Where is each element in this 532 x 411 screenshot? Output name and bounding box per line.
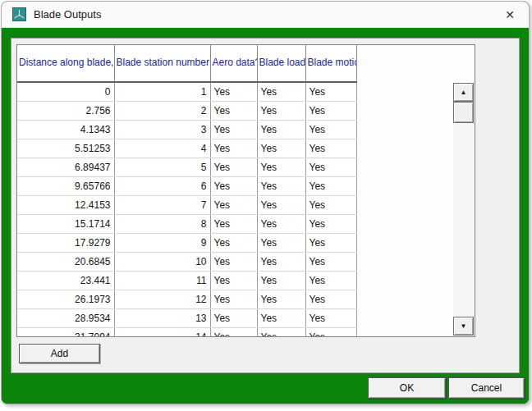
table-cell[interactable]: Yes (210, 195, 257, 214)
scrollbar-down-icon[interactable]: ▼ (453, 317, 474, 336)
scrollbar-thumb[interactable] (453, 102, 474, 123)
table-cell[interactable]: 31.7094 (17, 327, 114, 337)
table-cell[interactable]: Yes (257, 271, 305, 290)
table-cell[interactable]: Yes (305, 158, 356, 176)
table-cell[interactable]: 8 (114, 214, 210, 233)
table-cell[interactable]: 4 (114, 139, 210, 158)
table-cell[interactable]: Yes (210, 308, 257, 327)
table-cell[interactable]: Yes (305, 271, 356, 290)
table-cell[interactable]: Yes (210, 82, 257, 101)
table-cell[interactable]: 28.9534 (17, 308, 114, 327)
table-cell[interactable]: 17.9279 (17, 233, 114, 252)
table-cell[interactable]: Yes (257, 139, 305, 158)
table-cell[interactable]: Yes (210, 290, 257, 308)
table-cell[interactable]: Yes (257, 82, 305, 101)
table-cell[interactable]: Yes (257, 176, 305, 195)
table-cell[interactable]: 0 (17, 82, 114, 101)
table-cell[interactable]: 3 (114, 120, 210, 139)
table-cell[interactable]: 2 (114, 101, 210, 120)
table-cell[interactable]: Yes (210, 252, 257, 271)
window-title: Blade Outputs (34, 8, 101, 21)
table-cell[interactable]: 2.756 (17, 101, 114, 120)
table-cell[interactable]: Yes (257, 195, 305, 214)
table-cell[interactable]: Yes (305, 139, 356, 158)
table-cell[interactable]: Yes (210, 176, 257, 195)
table-cell[interactable]: 10 (114, 252, 210, 271)
table-cell[interactable]: 4.1343 (17, 120, 114, 139)
table-row[interactable]: 2.7562YesYesYes (17, 101, 356, 120)
blade-outputs-table: Distance along blade, mBlade station num… (16, 44, 475, 337)
table-cell[interactable]: Yes (210, 327, 257, 337)
column-header: Blade station number (114, 45, 210, 82)
table-cell[interactable]: Yes (305, 101, 356, 120)
table-cell[interactable]: 12 (114, 290, 210, 308)
table-cell[interactable]: Yes (257, 214, 305, 233)
table-cell[interactable]: Yes (305, 176, 356, 195)
table-cell[interactable]: Yes (257, 252, 305, 271)
table-cell[interactable]: Yes (257, 290, 305, 308)
table-cell[interactable]: Yes (210, 120, 257, 139)
table-row[interactable]: 01YesYesYes (17, 82, 356, 101)
table-row[interactable]: 6.894375YesYesYes (17, 158, 356, 176)
add-button[interactable]: Add (19, 344, 100, 363)
table-row[interactable]: 9.657666YesYesYes (17, 176, 356, 195)
table-cell[interactable]: 12.4153 (17, 195, 114, 214)
table-cell[interactable]: Yes (257, 120, 305, 139)
table-cell[interactable]: Yes (305, 82, 356, 101)
table-cell[interactable]: 6 (114, 176, 210, 195)
table-cell[interactable]: Yes (210, 139, 257, 158)
table-cell[interactable]: 5.51253 (17, 139, 114, 158)
table-cell[interactable]: 26.1973 (17, 290, 114, 308)
green-frame: Distance along blade, mBlade station num… (2, 28, 529, 404)
table-cell[interactable]: 7 (114, 195, 210, 214)
table-cell[interactable]: Yes (210, 233, 257, 252)
table-cell[interactable]: 23.441 (17, 271, 114, 290)
table-cell[interactable]: Yes (257, 233, 305, 252)
column-header: Blade loads? (257, 45, 305, 82)
table-cell[interactable]: 9 (114, 233, 210, 252)
close-button[interactable]: ✕ (491, 2, 529, 28)
table-cell[interactable]: 5 (114, 158, 210, 176)
table-cell[interactable]: Yes (257, 327, 305, 337)
data-grid: Distance along blade, mBlade station num… (17, 45, 357, 337)
table-row[interactable]: 20.684510YesYesYes (17, 252, 356, 271)
ok-button[interactable]: OK (368, 377, 446, 399)
table-cell[interactable]: 6.89437 (17, 158, 114, 176)
table-row[interactable]: 15.17148YesYesYes (17, 214, 356, 233)
table-header-row: Distance along blade, mBlade station num… (17, 45, 356, 82)
table-row[interactable]: 26.197312YesYesYes (17, 290, 356, 308)
table-cell[interactable]: Yes (257, 158, 305, 176)
table-cell[interactable]: 13 (114, 308, 210, 327)
table-row[interactable]: 17.92799YesYesYes (17, 233, 356, 252)
table-cell[interactable]: 20.6845 (17, 252, 114, 271)
table-cell[interactable]: Yes (305, 290, 356, 308)
table-cell[interactable]: Yes (305, 214, 356, 233)
table-cell[interactable]: Yes (210, 214, 257, 233)
table-cell[interactable]: Yes (305, 327, 356, 337)
table-row[interactable]: 23.44111YesYesYes (17, 271, 356, 290)
table-cell[interactable]: Yes (305, 195, 356, 214)
table-cell[interactable]: 9.65766 (17, 176, 114, 195)
table-cell[interactable]: Yes (305, 233, 356, 252)
table-cell[interactable]: Yes (305, 252, 356, 271)
table-cell[interactable]: Yes (210, 271, 257, 290)
table-row[interactable]: 31.709414YesYesYes (17, 327, 356, 337)
cancel-button[interactable]: Cancel (448, 377, 525, 399)
table-cell[interactable]: Yes (210, 101, 257, 120)
table-row[interactable]: 12.41537YesYesYes (17, 195, 356, 214)
column-header: Blade motion? (305, 45, 356, 82)
table-row[interactable]: 5.512534YesYesYes (17, 139, 356, 158)
scrollbar-up-icon[interactable]: ▲ (453, 83, 474, 102)
table-cell[interactable]: Yes (257, 308, 305, 327)
table-cell[interactable]: Yes (210, 158, 257, 176)
table-cell[interactable]: 1 (114, 82, 210, 101)
table-cell[interactable]: 15.1714 (17, 214, 114, 233)
table-row[interactable]: 28.953413YesYesYes (17, 308, 356, 327)
table-cell[interactable]: 11 (114, 271, 210, 290)
vertical-scrollbar[interactable]: ▲ ▼ (453, 83, 474, 336)
table-cell[interactable]: Yes (305, 120, 356, 139)
table-cell[interactable]: 14 (114, 327, 210, 337)
table-cell[interactable]: Yes (257, 101, 305, 120)
table-cell[interactable]: Yes (305, 308, 356, 327)
table-row[interactable]: 4.13433YesYesYes (17, 120, 356, 139)
